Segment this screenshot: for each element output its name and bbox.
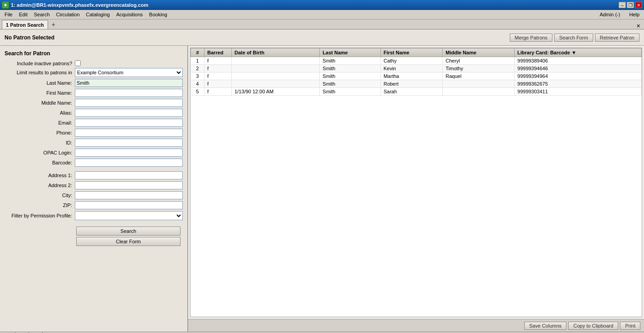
col-header-dob[interactable]: Date of Birth xyxy=(232,48,320,57)
results-panel: # Barred Date of Birth Last Name First N… xyxy=(188,46,644,332)
limit-results-select[interactable]: Example Consortium Branch 1 Branch 2 xyxy=(75,68,183,77)
clear-form-button[interactable]: Clear Form xyxy=(76,237,181,246)
first-name-label: First Name: xyxy=(5,90,75,96)
id-row: ID: xyxy=(5,139,183,147)
opac-login-input[interactable] xyxy=(75,149,183,157)
cell-firstname: Sarah xyxy=(381,88,443,96)
menu-acquisitions[interactable]: Acquisitions xyxy=(113,11,146,18)
cell-num: 3 xyxy=(191,72,205,80)
bottom-toolbar: Save Columns Copy to Clipboard Print xyxy=(188,319,644,332)
cell-lastname: Smith xyxy=(320,72,381,80)
table-row[interactable]: 5 f 1/13/90 12:00 AM Smith Sarah 9999930… xyxy=(191,88,642,96)
search-form-title: Search for Patron xyxy=(5,50,183,57)
window-title: 1: admin@BR1-winxpvmfx.phasefx.evergreen… xyxy=(11,2,148,8)
last-name-row: Last Name: xyxy=(5,79,183,87)
opac-login-row: OPAC Login: xyxy=(5,149,183,157)
phone-input[interactable] xyxy=(75,129,183,137)
title-bar: ■ 1: admin@BR1-winxpvmfx.phasefx.evergre… xyxy=(0,0,644,10)
print-button[interactable]: Print xyxy=(620,322,640,330)
table-row[interactable]: 2 f Smith Kevin Timothy 99999394646 xyxy=(191,65,642,72)
address2-row: Address 2: xyxy=(5,181,183,189)
results-table-container: # Barred Date of Birth Last Name First N… xyxy=(190,48,642,317)
email-input[interactable] xyxy=(75,119,183,127)
cell-middlename xyxy=(443,88,514,96)
city-input[interactable] xyxy=(75,191,183,199)
menu-admin[interactable]: Admin (-) xyxy=(597,11,623,18)
cell-librarycard: 99999394964 xyxy=(514,72,641,80)
include-inactive-row: Include inactive patrons? xyxy=(5,60,183,66)
city-label: City: xyxy=(5,193,75,198)
cell-librarycard: 99999394646 xyxy=(514,65,641,72)
merge-patrons-button[interactable]: Merge Patrons xyxy=(510,34,552,42)
barcode-row: Barcode: xyxy=(5,159,183,167)
tab-patron-search[interactable]: 1 Patron Search xyxy=(2,20,48,29)
search-form-button[interactable]: Search Form xyxy=(554,34,593,42)
cell-dob: 1/13/90 12:00 AM xyxy=(232,88,320,96)
barcode-input[interactable] xyxy=(75,159,183,167)
save-columns-button[interactable]: Save Columns xyxy=(524,322,567,330)
id-input[interactable] xyxy=(75,139,183,147)
tab-label: 1 Patron Search xyxy=(6,22,44,28)
tab-close-button[interactable]: ✕ xyxy=(636,23,640,29)
cell-barred: f xyxy=(205,65,232,72)
col-header-barred[interactable]: Barred xyxy=(205,48,232,57)
cell-librarycard: 99999362675 xyxy=(514,80,641,88)
phone-row: Phone: xyxy=(5,129,183,137)
cell-barred: f xyxy=(205,80,232,88)
address1-label: Address 1: xyxy=(5,173,75,178)
address1-row: Address 1: xyxy=(5,171,183,179)
menu-help[interactable]: Help xyxy=(626,11,642,18)
close-button[interactable]: ✕ xyxy=(635,2,642,8)
cell-barred: f xyxy=(205,88,232,96)
copy-to-clipboard-button[interactable]: Copy to Clipboard xyxy=(568,322,618,330)
col-header-firstname[interactable]: First Name xyxy=(381,48,443,57)
first-name-input[interactable] xyxy=(75,89,183,97)
search-button[interactable]: Search xyxy=(76,227,181,236)
menu-circulation[interactable]: Circulation xyxy=(54,11,83,18)
cell-num: 1 xyxy=(191,57,205,65)
permission-profile-select[interactable] xyxy=(75,211,183,220)
cell-middlename: Timothy xyxy=(443,65,514,72)
middle-name-input[interactable] xyxy=(75,99,183,107)
col-header-num[interactable]: # xyxy=(191,48,205,57)
cell-barred: f xyxy=(205,72,232,80)
alias-label: Alias: xyxy=(5,110,75,116)
restore-button[interactable]: ❐ xyxy=(627,2,634,8)
menu-booking[interactable]: Booking xyxy=(146,11,170,18)
table-row[interactable]: 3 f Smith Martha Raquel 99999394964 xyxy=(191,72,642,80)
minimize-button[interactable]: – xyxy=(619,2,626,8)
col-header-middlename[interactable]: Middle Name xyxy=(443,48,514,57)
top-buttons: Merge Patrons Search Form Retrieve Patro… xyxy=(510,34,639,42)
menu-edit[interactable]: Edit xyxy=(16,11,30,18)
middle-name-row: Middle Name: xyxy=(5,99,183,107)
retrieve-patron-button[interactable]: Retrieve Patron xyxy=(595,34,639,42)
address1-input[interactable] xyxy=(75,171,183,179)
cell-middlename xyxy=(443,80,514,88)
cell-firstname: Robert xyxy=(381,80,443,88)
cell-dob xyxy=(232,80,320,88)
include-inactive-checkbox[interactable] xyxy=(75,60,81,66)
address2-input[interactable] xyxy=(75,181,183,189)
zip-input[interactable] xyxy=(75,201,183,209)
middle-name-label: Middle Name: xyxy=(5,100,75,106)
col-header-lastname[interactable]: Last Name xyxy=(320,48,381,57)
cell-dob xyxy=(232,72,320,80)
search-panel: Search for Patron Include inactive patro… xyxy=(0,46,188,332)
last-name-label: Last Name: xyxy=(5,80,75,86)
include-inactive-label: Include inactive patrons? xyxy=(5,61,75,66)
last-name-input[interactable] xyxy=(75,79,183,87)
email-label: Email: xyxy=(5,120,75,125)
menu-file[interactable]: File xyxy=(2,11,15,18)
menu-cataloging[interactable]: Cataloging xyxy=(83,11,113,18)
col-header-librarycard[interactable]: Library Card: Barcode ▼ xyxy=(514,48,641,57)
cell-num: 2 xyxy=(191,65,205,72)
results-table: # Barred Date of Birth Last Name First N… xyxy=(190,48,642,96)
cell-middlename: Raquel xyxy=(443,72,514,80)
id-label: ID: xyxy=(5,140,75,145)
window-content: No Patron Selected Merge Patrons Search … xyxy=(0,29,644,332)
table-row[interactable]: 4 f Smith Robert 99999362675 xyxy=(191,80,642,88)
table-row[interactable]: 1 f Smith Cathy Cheryl 99999389406 xyxy=(191,57,642,65)
new-tab-button[interactable]: + xyxy=(49,20,58,29)
alias-input[interactable] xyxy=(75,109,183,117)
menu-search[interactable]: Search xyxy=(31,11,53,18)
